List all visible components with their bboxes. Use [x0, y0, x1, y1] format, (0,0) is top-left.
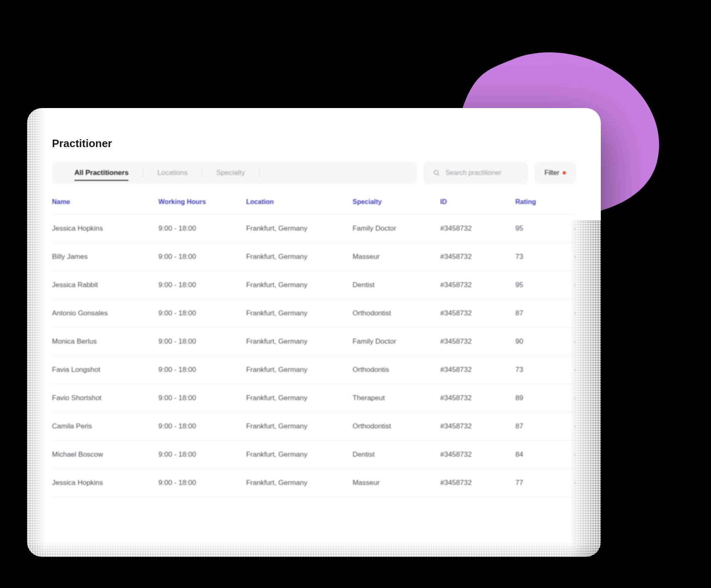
cell-hours: 9:00 - 18:00: [158, 394, 246, 402]
cell-specialty: Dentist: [353, 450, 440, 459]
chevron-right-icon[interactable]: ›: [559, 394, 576, 402]
tab-locations[interactable]: Locations: [143, 162, 202, 184]
cell-rating: 84: [516, 450, 559, 459]
chevron-right-icon[interactable]: ›: [559, 478, 576, 487]
chevron-right-icon[interactable]: ›: [559, 337, 576, 346]
cell-location: Frankfurt, Germany: [246, 450, 353, 459]
cell-name: Favia Longshot: [52, 366, 158, 374]
cell-hours: 9:00 - 18:00: [158, 337, 246, 346]
tab-all-practitioners[interactable]: All Practitioners: [60, 162, 143, 184]
cell-rating: 95: [516, 224, 559, 233]
search-input[interactable]: [445, 169, 518, 177]
table-header-row: Name Working Hours Location Specialty ID…: [52, 198, 576, 214]
cell-name: Monica Berlus: [52, 337, 158, 346]
cell-specialty: Therapeut: [353, 394, 440, 402]
cell-hours: 9:00 - 18:00: [158, 422, 246, 431]
chevron-right-icon[interactable]: ›: [559, 224, 576, 233]
chevron-right-icon[interactable]: ›: [559, 422, 576, 431]
cell-location: Frankfurt, Germany: [246, 422, 353, 431]
cell-specialty: Orthodontist: [353, 309, 440, 317]
tab-specialty[interactable]: Specialty: [202, 162, 259, 184]
search-icon: [433, 169, 440, 177]
chevron-right-icon[interactable]: ›: [559, 365, 576, 374]
table-row[interactable]: Michael Boscow9:00 - 18:00Frankfurt, Ger…: [52, 440, 576, 469]
cell-name: Camila Peris: [52, 422, 158, 431]
table-row[interactable]: Billy James9:00 - 18:00Frankfurt, German…: [52, 243, 576, 271]
cell-id: #3458732: [440, 450, 516, 459]
cell-id: #3458732: [440, 281, 516, 289]
cell-rating: 77: [516, 479, 559, 487]
cell-location: Frankfurt, Germany: [246, 253, 353, 261]
cell-specialty: Orthodontist: [353, 422, 440, 431]
table-row[interactable]: Jessica Hopkins9:00 - 18:00Frankfurt, Ge…: [52, 214, 576, 243]
cell-name: Jessica Hopkins: [52, 224, 158, 233]
cell-id: #3458732: [440, 394, 516, 402]
chevron-right-icon[interactable]: ›: [559, 280, 576, 289]
table-row[interactable]: Monica Berlus9:00 - 18:00Frankfurt, Germ…: [52, 327, 576, 356]
cell-rating: 89: [516, 394, 559, 402]
cell-hours: 9:00 - 18:00: [158, 253, 246, 261]
cell-rating: 87: [516, 309, 559, 317]
cell-hours: 9:00 - 18:00: [158, 281, 246, 289]
search-box[interactable]: [424, 162, 528, 184]
cell-location: Frankfurt, Germany: [246, 309, 353, 317]
col-hours[interactable]: Working Hours: [158, 198, 246, 206]
col-specialty[interactable]: Specialty: [353, 198, 440, 206]
cell-id: #3458732: [440, 479, 516, 487]
filter-indicator-dot: [563, 171, 566, 175]
cell-id: #3458732: [440, 366, 516, 374]
cell-name: Billy James: [52, 253, 158, 261]
table-row[interactable]: Favio Shortshot9:00 - 18:00Frankfurt, Ge…: [52, 384, 576, 412]
cell-specialty: Masseur: [353, 479, 440, 487]
cell-location: Frankfurt, Germany: [246, 224, 353, 233]
cell-location: Frankfurt, Germany: [246, 479, 353, 487]
page-title: Practitioner: [52, 137, 576, 150]
cell-rating: 73: [516, 253, 559, 261]
cell-hours: 9:00 - 18:00: [158, 366, 246, 374]
cell-name: Favio Shortshot: [52, 394, 158, 402]
tab-bar: All PractitionersLocationsSpecialty: [52, 162, 417, 184]
table-row[interactable]: Jessica Rabbit9:00 - 18:00Frankfurt, Ger…: [52, 271, 576, 299]
cell-name: Jessica Rabbit: [52, 281, 158, 289]
cell-rating: 73: [516, 366, 559, 374]
cell-rating: 87: [516, 422, 559, 431]
svg-point-0: [434, 170, 438, 175]
cell-location: Frankfurt, Germany: [246, 281, 353, 289]
cell-specialty: Orthodontis: [353, 366, 440, 374]
cell-specialty: Family Doctor: [353, 337, 440, 346]
table-row[interactable]: Camila Peris9:00 - 18:00Frankfurt, Germa…: [52, 412, 576, 440]
practitioner-card: Practitioner All PractitionersLocationsS…: [27, 108, 601, 557]
toolbar: All PractitionersLocationsSpecialty Filt…: [52, 162, 576, 184]
cell-hours: 9:00 - 18:00: [158, 479, 246, 487]
col-location[interactable]: Location: [246, 198, 353, 206]
cell-id: #3458732: [440, 309, 516, 317]
filter-label: Filter: [544, 169, 559, 177]
cell-rating: 95: [516, 281, 559, 289]
col-name[interactable]: Name: [52, 198, 158, 206]
cell-location: Frankfurt, Germany: [246, 337, 353, 346]
chevron-right-icon[interactable]: ›: [559, 252, 576, 261]
cell-location: Frankfurt, Germany: [246, 394, 353, 402]
svg-line-1: [438, 174, 439, 175]
tab-divider: [259, 168, 259, 178]
cell-location: Frankfurt, Germany: [246, 366, 353, 374]
cell-specialty: Dentist: [353, 281, 440, 289]
cell-id: #3458732: [440, 224, 516, 233]
cell-id: #3458732: [440, 253, 516, 261]
cell-name: Michael Boscow: [52, 450, 158, 459]
col-id[interactable]: ID: [440, 198, 516, 206]
cell-specialty: Masseur: [353, 253, 440, 261]
chevron-right-icon[interactable]: ›: [559, 450, 576, 459]
table-row[interactable]: Jessica Hopkins9:00 - 18:00Frankfurt, Ge…: [52, 469, 576, 497]
col-rating[interactable]: Rating: [516, 198, 559, 206]
cell-hours: 9:00 - 18:00: [158, 309, 246, 317]
cell-rating: 90: [516, 337, 559, 346]
cell-hours: 9:00 - 18:00: [158, 450, 246, 459]
table-row[interactable]: Antonio Gonsales9:00 - 18:00Frankfurt, G…: [52, 299, 576, 327]
table-row[interactable]: Favia Longshot9:00 - 18:00Frankfurt, Ger…: [52, 356, 576, 384]
chevron-right-icon[interactable]: ›: [559, 309, 576, 317]
cell-hours: 9:00 - 18:00: [158, 224, 246, 233]
cell-name: Jessica Hopkins: [52, 479, 158, 487]
cell-id: #3458732: [440, 337, 516, 346]
filter-button[interactable]: Filter: [534, 162, 576, 184]
